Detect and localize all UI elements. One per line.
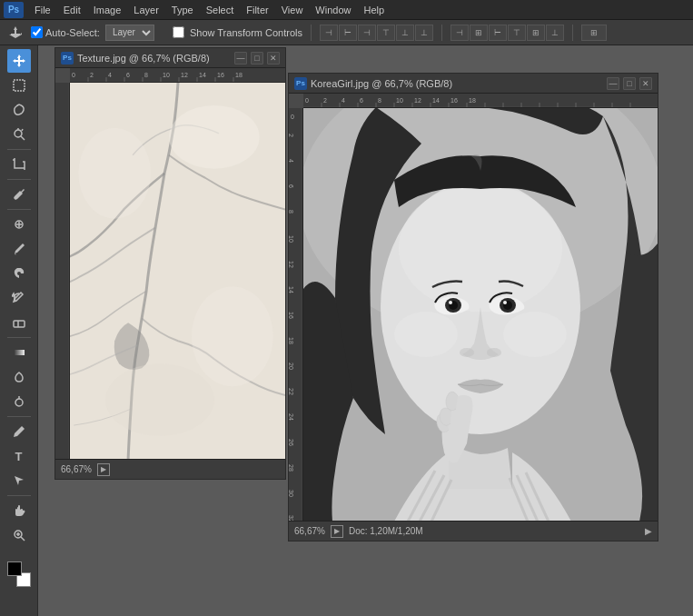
svg-text:0: 0 [55, 103, 56, 106]
brush-btn[interactable] [7, 237, 31, 261]
svg-text:16: 16 [289, 312, 294, 319]
blur-btn[interactable] [7, 365, 31, 389]
menu-select[interactable]: Select [201, 3, 240, 17]
koreagirl-titlebar[interactable]: Ps KoreaGirl.jpg @ 66,7% (RGB/8) — □ ✕ [289, 74, 658, 94]
menu-view[interactable]: View [276, 3, 309, 17]
koreagirl-ruler-h: 0 2 4 6 8 10 12 14 16 [303, 94, 658, 108]
svg-text:16: 16 [450, 97, 458, 104]
koreagirl-status-arrow[interactable]: ▶ [645, 526, 652, 536]
menu-filter[interactable]: Filter [241, 3, 273, 17]
svg-text:12: 12 [181, 72, 188, 78]
dist-top-btn[interactable]: ⊤ [508, 25, 526, 41]
texture-document: Ps Texture.jpg @ 66,7% (RGB/8) — □ ✕ 0 2… [54, 47, 286, 480]
menu-edit[interactable]: Edit [58, 3, 86, 17]
svg-point-55 [78, 128, 151, 219]
dist-bottom-btn[interactable]: ⊥ [546, 25, 564, 41]
quick-select-btn[interactable] [7, 123, 31, 146]
sep1 [7, 149, 31, 150]
crop-btn[interactable] [7, 153, 31, 176]
texture-zoom: 66,67% [61, 464, 92, 474]
lasso-btn[interactable] [7, 98, 31, 122]
texture-titlebar[interactable]: Ps Texture.jpg @ 66,7% (RGB/8) — □ ✕ [55, 48, 285, 68]
texture-minimize-btn[interactable]: — [234, 52, 247, 65]
align-top-btn[interactable]: ⊤ [377, 25, 395, 41]
move-tool-btn[interactable] [7, 49, 31, 73]
align-center-v-btn[interactable]: ⊥ [396, 25, 414, 41]
align-buttons: ⊣ ⊢ ⊣ ⊤ ⊥ ⊥ [320, 25, 433, 41]
pen-btn[interactable] [7, 420, 31, 443]
koreagirl-content: 0 2 4 6 8 10 12 14 16 18 20 22 24 26 [289, 108, 658, 521]
color-swatches[interactable] [7, 561, 31, 587]
dist-h-btn[interactable]: ⊞ [470, 25, 488, 41]
align-left-btn[interactable]: ⊣ [320, 25, 338, 41]
svg-rect-1 [14, 80, 25, 91]
svg-text:10: 10 [396, 97, 403, 104]
svg-text:30: 30 [289, 490, 294, 497]
svg-marker-0 [9, 26, 22, 38]
path-select-btn[interactable] [7, 469, 31, 492]
gradient-btn[interactable] [7, 341, 31, 364]
align-center-h-btn[interactable]: ⊢ [339, 25, 357, 41]
svg-text:6: 6 [289, 184, 294, 188]
dist-right-btn[interactable]: ⊢ [489, 25, 507, 41]
menu-image[interactable]: Image [88, 3, 127, 17]
koreagirl-doc-icon[interactable]: ▶ [331, 525, 343, 538]
menu-type[interactable]: Type [166, 3, 199, 17]
texture-close-btn[interactable]: ✕ [267, 52, 280, 65]
dist-left-btn[interactable]: ⊣ [450, 25, 469, 41]
type-btn[interactable]: T [7, 444, 31, 468]
divider1 [311, 25, 312, 41]
divider3 [572, 25, 573, 41]
koreagirl-minimize-btn[interactable]: — [607, 77, 619, 90]
clone-stamp-btn[interactable] [7, 262, 31, 285]
koreagirl-doc-info: Doc: 1,20M/1,20M [349, 526, 639, 536]
menu-help[interactable]: Help [358, 3, 390, 17]
svg-line-15 [21, 537, 25, 541]
svg-point-56 [105, 363, 214, 436]
koreagirl-maximize-btn[interactable]: □ [623, 77, 636, 90]
svg-text:18: 18 [469, 97, 476, 104]
sep6 [7, 495, 31, 496]
dist-v-btn[interactable]: ⊞ [527, 25, 545, 41]
koreagirl-statusbar: 66,67% ▶ Doc: 1,20M/1,20M ▶ [289, 521, 658, 541]
align-right-btn[interactable]: ⊣ [358, 25, 376, 41]
zoom-btn[interactable] [7, 523, 31, 547]
hand-btn[interactable] [7, 499, 31, 522]
show-transform-checkbox[interactable] [173, 26, 184, 38]
svg-point-12 [15, 399, 23, 406]
svg-point-116 [503, 312, 567, 357]
eyedropper-btn[interactable] [7, 183, 31, 206]
foreground-color-swatch[interactable] [7, 561, 22, 576]
menu-layer[interactable]: Layer [128, 3, 164, 17]
svg-text:2: 2 [289, 134, 294, 137]
svg-text:6: 6 [126, 72, 130, 78]
svg-text:22: 22 [289, 388, 294, 395]
svg-text:10: 10 [289, 235, 294, 243]
canvas-area: Ps Texture.jpg @ 66,7% (RGB/8) — □ ✕ 0 2… [38, 45, 693, 616]
texture-doc-icon[interactable]: ▶ [97, 463, 110, 476]
move-tool-options-icon [5, 23, 25, 43]
sep3 [7, 209, 31, 210]
eraser-btn[interactable] [7, 311, 31, 334]
menu-window[interactable]: Window [310, 3, 356, 17]
auto-align-btn[interactable]: ⊞ [581, 25, 607, 41]
texture-maximize-btn[interactable]: □ [251, 52, 263, 65]
svg-text:24: 24 [289, 413, 294, 421]
svg-text:14: 14 [432, 97, 440, 104]
dodge-btn[interactable] [7, 390, 31, 413]
svg-rect-9 [14, 321, 25, 327]
svg-text:4: 4 [289, 159, 294, 163]
align-bottom-btn[interactable]: ⊥ [415, 25, 433, 41]
history-brush-btn[interactable] [7, 286, 31, 310]
svg-text:28: 28 [289, 464, 294, 472]
texture-statusbar: 66,67% ▶ [55, 459, 285, 479]
koreagirl-close-btn[interactable]: ✕ [639, 77, 652, 90]
koreagirl-image [303, 108, 658, 521]
layer-select[interactable]: Layer [105, 25, 154, 41]
healing-brush-btn[interactable] [7, 213, 31, 236]
menu-file[interactable]: File [29, 3, 56, 17]
rectangular-select-btn[interactable] [7, 74, 31, 97]
auto-select-checkbox[interactable]: Auto-Select: [31, 26, 100, 38]
svg-point-115 [394, 312, 458, 357]
sep2 [7, 179, 31, 180]
